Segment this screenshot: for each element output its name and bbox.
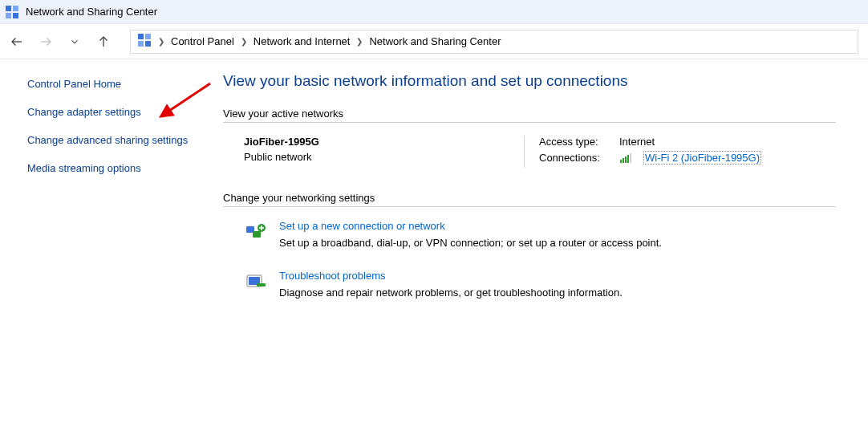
- svg-rect-5: [145, 34, 151, 39]
- nav-controls: [10, 35, 111, 49]
- access-type-label: Access type:: [539, 136, 611, 148]
- sidebar-item-change-adapter-settings[interactable]: Change adapter settings: [27, 105, 193, 120]
- app-icon: [5, 5, 19, 19]
- active-network-row: JioFiber-1995G Public network Access typ…: [244, 136, 836, 168]
- network-name: JioFiber-1995G: [244, 136, 516, 148]
- address-icon: [137, 33, 152, 50]
- sidebar: Control Panel Home Change adapter settin…: [0, 59, 209, 319]
- svg-rect-9: [620, 160, 622, 163]
- svg-rect-10: [623, 158, 624, 163]
- content: View your basic network information and …: [209, 59, 868, 319]
- nav-row: ❯ Control Panel ❯ Network and Internet ❯…: [0, 24, 868, 59]
- network-identity: JioFiber-1995G Public network: [244, 136, 525, 168]
- option-troubleshoot: Troubleshoot problems Diagnose and repai…: [244, 270, 836, 299]
- crumb-control-panel[interactable]: Control Panel: [171, 35, 234, 47]
- access-type-value: Internet: [619, 136, 655, 148]
- chevron-right-icon[interactable]: ❯: [355, 37, 364, 46]
- svg-rect-19: [257, 283, 266, 286]
- svg-rect-4: [138, 34, 144, 39]
- troubleshoot-desc: Diagnose and repair network problems, or…: [279, 286, 623, 299]
- crumb-network-sharing-center[interactable]: Network and Sharing Center: [369, 35, 501, 47]
- title-bar-text: Network and Sharing Center: [26, 6, 157, 18]
- wifi-signal-icon: [619, 152, 632, 164]
- troubleshoot-icon: [244, 270, 268, 294]
- svg-rect-13: [630, 153, 631, 163]
- crumb-network-and-internet[interactable]: Network and Internet: [254, 35, 351, 47]
- chevron-right-icon[interactable]: ❯: [156, 37, 166, 46]
- title-bar: Network and Sharing Center: [0, 0, 868, 24]
- connections-label: Connections:: [539, 152, 611, 164]
- sidebar-item-media-streaming[interactable]: Media streaming options: [27, 161, 193, 177]
- page-title: View your basic network information and …: [223, 72, 836, 90]
- svg-rect-15: [253, 231, 261, 238]
- address-bar[interactable]: ❯ Control Panel ❯ Network and Internet ❯…: [130, 30, 858, 54]
- active-networks-label: View your active networks: [223, 108, 836, 120]
- connection-link[interactable]: Wi-Fi 2 (JioFiber-1995G): [643, 151, 761, 165]
- network-details: Access type: Internet Connections:: [525, 136, 761, 168]
- recent-locations-button[interactable]: [67, 35, 82, 49]
- forward-button[interactable]: [39, 35, 53, 49]
- troubleshoot-link[interactable]: Troubleshoot problems: [279, 270, 385, 282]
- svg-rect-6: [138, 41, 144, 47]
- svg-rect-11: [625, 156, 627, 163]
- svg-rect-12: [627, 155, 629, 163]
- up-button[interactable]: [96, 35, 111, 49]
- svg-rect-1: [13, 6, 18, 11]
- back-button[interactable]: [10, 35, 24, 49]
- setup-connection-icon: [244, 220, 268, 244]
- sidebar-item-control-panel-home[interactable]: Control Panel Home: [27, 77, 193, 92]
- svg-rect-7: [145, 41, 151, 47]
- setup-connection-link[interactable]: Set up a new connection or network: [279, 220, 445, 232]
- option-setup-connection: Set up a new connection or network Set u…: [244, 220, 836, 249]
- svg-rect-2: [6, 13, 11, 18]
- setup-connection-desc: Set up a broadband, dial-up, or VPN conn…: [279, 237, 662, 249]
- network-type: Public network: [244, 151, 516, 163]
- main-area: Control Panel Home Change adapter settin…: [0, 59, 868, 319]
- sidebar-item-change-advanced-sharing[interactable]: Change advanced sharing settings: [27, 133, 193, 148]
- change-settings-label: Change your networking settings: [223, 192, 836, 204]
- svg-rect-3: [13, 13, 18, 18]
- chevron-right-icon[interactable]: ❯: [239, 37, 249, 46]
- svg-rect-0: [6, 6, 11, 11]
